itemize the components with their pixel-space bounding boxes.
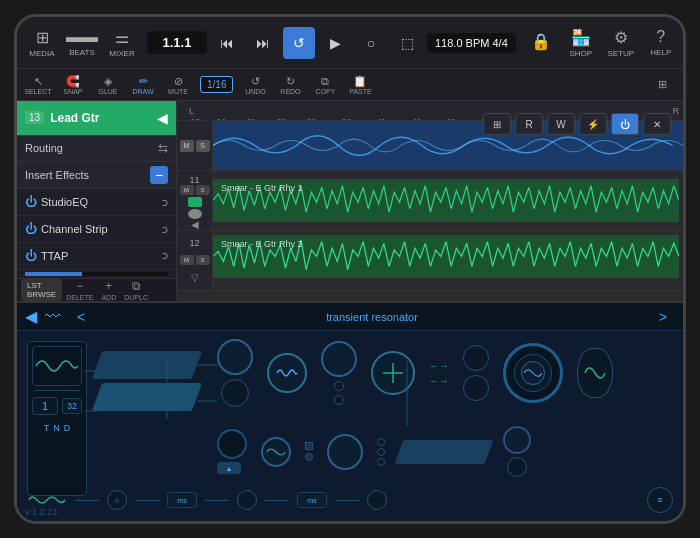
- edit-icon-1[interactable]: ↄ: [162, 223, 168, 236]
- plugin-shape-bottom[interactable]: [395, 440, 494, 464]
- copy-tool[interactable]: ⧉ COPY: [308, 71, 342, 99]
- nav-left-btn[interactable]: <: [69, 309, 93, 325]
- knob-6[interactable]: [327, 434, 363, 470]
- small-ctrl-2[interactable]: [463, 375, 489, 401]
- bottom-display-1[interactable]: ms: [167, 492, 197, 508]
- m-btn-12[interactable]: M: [180, 255, 194, 265]
- delete-action[interactable]: − DELETE: [66, 279, 93, 301]
- knob-small-3a[interactable]: [334, 381, 344, 391]
- power-icon-0[interactable]: ⏻: [25, 195, 37, 209]
- indicator-2[interactable]: [377, 448, 385, 456]
- knob-wave[interactable]: [267, 353, 307, 393]
- d-label: D: [64, 423, 71, 433]
- loop-button[interactable]: ↺: [283, 27, 315, 59]
- add-action[interactable]: + ADD: [101, 279, 116, 301]
- effect-row-1[interactable]: ⏻ Channel Strip ↄ: [17, 216, 176, 243]
- select-tool[interactable]: ↖ SELECT: [21, 71, 55, 99]
- paste-tool[interactable]: 📋 PASTE: [343, 71, 377, 99]
- rewind-button[interactable]: ⏮: [211, 27, 243, 59]
- s-btn-11[interactable]: S: [196, 185, 210, 195]
- help-button[interactable]: ? HELP: [642, 21, 680, 65]
- small-ctrl-1[interactable]: [463, 345, 489, 371]
- bottom-display-2[interactable]: ms: [297, 492, 327, 508]
- setup-button[interactable]: ⚙ SETUP: [602, 21, 640, 65]
- nav-right-btn[interactable]: >: [651, 309, 675, 325]
- track-12-collapse-icon[interactable]: ▽: [191, 272, 199, 283]
- shop-button[interactable]: 🏪 SHOP: [562, 21, 600, 65]
- track-arrow-icon[interactable]: ◀: [157, 110, 168, 126]
- redo-tool[interactable]: ↻ REDO: [273, 71, 307, 99]
- track-12-waveform-block[interactable]: Smear - E Gtr Rhy 2: [213, 235, 679, 278]
- plugin-shape-upper[interactable]: [92, 351, 202, 379]
- close-auto-btn[interactable]: ✕: [643, 113, 671, 135]
- stop-button[interactable]: ○: [355, 27, 387, 59]
- plugin-fraction[interactable]: 32: [62, 398, 82, 414]
- m-btn-lead[interactable]: M: [180, 140, 194, 152]
- lock-button[interactable]: 🔒: [522, 21, 560, 65]
- bottom-circle-2[interactable]: [237, 490, 257, 510]
- knob-3[interactable]: [321, 341, 357, 377]
- power-icon-1[interactable]: ⏻: [25, 222, 37, 236]
- beats-button[interactable]: ▬▬ BEATS: [63, 21, 101, 65]
- effect-row-0[interactable]: ⏻ StudioEQ ↄ: [17, 189, 176, 216]
- knob-1[interactable]: [217, 339, 253, 375]
- track-11-waveform-block[interactable]: Smear - E Gtr Rhy 1: [213, 179, 679, 222]
- waves-icon: 〰: [45, 308, 61, 326]
- undo-tool[interactable]: ↺ UNDO: [238, 71, 272, 99]
- record-button[interactable]: ⬚: [391, 27, 423, 59]
- glue-tool[interactable]: ◈ GLUE: [91, 71, 125, 99]
- m-btn-11[interactable]: M: [180, 185, 194, 195]
- media-button[interactable]: ⊞ MEDIA: [23, 21, 61, 65]
- resonator-circle[interactable]: [503, 343, 563, 403]
- forward-button[interactable]: ⏭: [247, 27, 279, 59]
- output-display[interactable]: [577, 348, 613, 398]
- edit-icon-0[interactable]: ↄ: [162, 196, 168, 209]
- effect-name-1: Channel Strip: [41, 223, 162, 235]
- position-display[interactable]: 1.1.1: [147, 31, 207, 54]
- small-dot-1[interactable]: [305, 442, 313, 450]
- edit-icon-2[interactable]: ↄ: [162, 249, 168, 262]
- menu-icon-btn[interactable]: ≡: [647, 487, 673, 513]
- bottom-circle-1[interactable]: ○: [107, 490, 127, 510]
- plugin-shape-lower[interactable]: [92, 383, 202, 411]
- add-insert-button[interactable]: −: [150, 166, 168, 184]
- knob-2[interactable]: [221, 379, 249, 407]
- eq-display[interactable]: [371, 351, 415, 395]
- indicator-3[interactable]: [377, 458, 385, 466]
- mute-tool[interactable]: ⊘ MUTE: [161, 71, 195, 99]
- grid-tool[interactable]: ⊞: [645, 71, 679, 99]
- bottom-circle-3[interactable]: [367, 490, 387, 510]
- track-11-speaker-icon[interactable]: ◀: [191, 219, 199, 230]
- knob-7b[interactable]: [507, 457, 527, 477]
- plugin-input-display[interactable]: [32, 346, 82, 386]
- knob-5[interactable]: [261, 437, 291, 467]
- play-button[interactable]: ▶: [319, 27, 351, 59]
- track-11-active[interactable]: [188, 197, 202, 207]
- quantize-display[interactable]: 1/16: [200, 76, 233, 93]
- knob-4b[interactable]: ▲: [217, 462, 241, 474]
- tool-auto-btn[interactable]: ⚡: [579, 113, 607, 135]
- power-auto-btn[interactable]: ⏻: [611, 113, 639, 135]
- power-icon-2[interactable]: ⏻: [25, 249, 37, 263]
- knob-7[interactable]: [503, 426, 531, 454]
- knob-4a[interactable]: [217, 429, 247, 459]
- routing-row[interactable]: Routing ⇆: [17, 136, 176, 163]
- s-btn-12[interactable]: S: [196, 255, 210, 265]
- plugin-num-value[interactable]: 1: [32, 397, 58, 415]
- draw-tool[interactable]: ✏ DRAW: [126, 71, 160, 99]
- w-auto-btn[interactable]: W: [547, 113, 575, 135]
- insert-effects-row[interactable]: Insert Effects −: [17, 162, 176, 189]
- lst-browse-button[interactable]: LSTBRWSE: [21, 279, 62, 301]
- snap-tool[interactable]: 🧲 SNAP: [56, 71, 90, 99]
- small-dot-2[interactable]: [305, 453, 313, 461]
- s-btn-lead[interactable]: S: [196, 140, 210, 152]
- bpm-display[interactable]: 118.0 BPM 4/4: [427, 33, 516, 53]
- indicator-1[interactable]: [377, 438, 385, 446]
- effect-row-2[interactable]: ⏻ TTAP ↄ: [17, 243, 176, 270]
- snap-auto-btn[interactable]: ⊞: [483, 113, 511, 135]
- knob-small-3b[interactable]: [334, 395, 344, 405]
- mixer-button[interactable]: ⚌ MIXER: [103, 21, 141, 65]
- duplc-action[interactable]: ⧉ DUPLC: [124, 279, 148, 301]
- track-11-dot[interactable]: [188, 209, 202, 219]
- r-auto-btn[interactable]: R: [515, 113, 543, 135]
